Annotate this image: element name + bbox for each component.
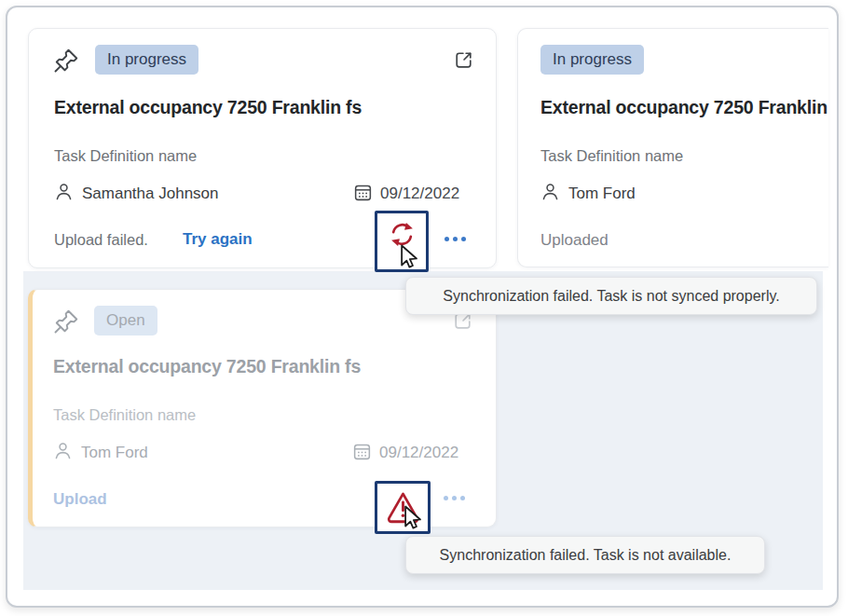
pin-icon[interactable] <box>52 47 80 75</box>
person-icon <box>540 181 561 202</box>
more-menu-button[interactable] <box>445 232 466 245</box>
assignee-name: Tom Ford <box>568 185 636 203</box>
person-icon <box>52 440 74 461</box>
status-badge: Open <box>94 306 157 335</box>
calendar-icon <box>352 182 374 203</box>
upload-link[interactable]: Upload <box>53 490 107 509</box>
task-definition-label: Task Definition name <box>540 147 683 165</box>
assignee-name: Samantha Johnson <box>82 185 219 203</box>
warning-triangle-icon <box>385 488 421 525</box>
sync-retry-button[interactable] <box>375 211 429 272</box>
task-card-uploaded[interactable]: In progress External occupancy 7250 Fran… <box>517 28 828 267</box>
assignee-name: Tom Ford <box>81 444 148 462</box>
status-badge: In progress <box>540 45 644 75</box>
open-in-new-icon[interactable] <box>452 48 475 72</box>
card-title: External occupancy 7250 Franklin fs <box>53 356 361 377</box>
more-menu-button[interactable] <box>444 491 465 504</box>
pin-icon[interactable] <box>52 308 80 335</box>
status-badge: In progress <box>95 45 198 75</box>
upload-status-text: Uploaded <box>540 231 609 250</box>
task-definition-label: Task Definition name <box>54 147 197 165</box>
tooltip-sync-not-synced: Synchronization failed. Task is not sync… <box>405 277 817 315</box>
upload-status-text: Upload failed. <box>54 231 148 249</box>
tooltip-task-not-available: Synchronization failed. Task is not avai… <box>405 536 765 574</box>
calendar-icon <box>351 441 373 462</box>
screenshot-stage: In progress External occupancy 7250 Fran… <box>0 0 848 616</box>
due-date: 09/12/2022 <box>379 444 458 462</box>
person-icon <box>53 181 75 202</box>
task-definition-label: Task Definition name <box>53 406 196 424</box>
card-title: External occupancy 7250 Franklin fs <box>54 97 362 118</box>
sync-error-icon <box>387 219 417 250</box>
card-title: External occupancy 7250 Franklin fs <box>540 97 828 118</box>
try-again-link[interactable]: Try again <box>183 230 253 249</box>
due-date: 09/12/2022 <box>380 185 459 203</box>
sync-warning-button[interactable] <box>375 481 431 534</box>
